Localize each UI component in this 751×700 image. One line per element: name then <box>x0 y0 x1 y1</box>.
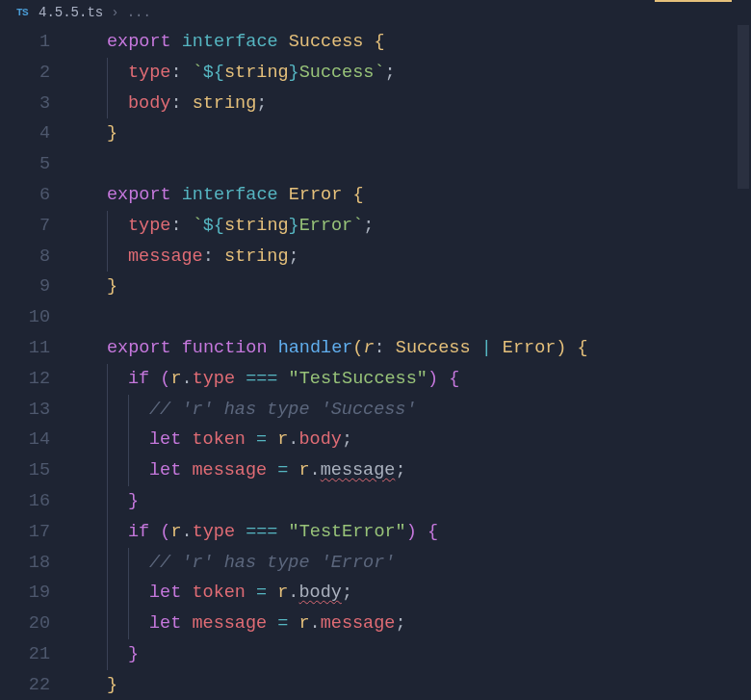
scrollbar-thumb[interactable] <box>738 25 749 189</box>
code-token: { <box>375 32 385 52</box>
code-token: "TestSuccess" <box>289 369 427 389</box>
code-area[interactable]: export interface Success {type: `${strin… <box>75 25 751 700</box>
code-token: Success <box>299 63 375 83</box>
code-token: let <box>149 429 192 450</box>
code-line[interactable]: } <box>75 486 751 517</box>
code-token: . <box>182 522 193 542</box>
breadcrumb-file[interactable]: 4.5.5.ts <box>39 5 103 20</box>
line-number: 13 <box>0 395 50 426</box>
line-number: 21 <box>0 639 50 670</box>
code-token: = <box>267 613 298 634</box>
code-token: ${ <box>203 216 224 236</box>
code-token: Success <box>396 338 481 358</box>
code-token: string <box>224 63 289 83</box>
line-number: 5 <box>0 149 50 180</box>
code-line[interactable]: } <box>75 118 751 149</box>
code-token: // 'r' has type 'Success' <box>149 400 417 420</box>
code-token: ; <box>395 613 405 634</box>
code-token: { <box>427 522 438 542</box>
code-token: } <box>107 123 117 143</box>
code-token: { <box>578 338 588 358</box>
code-line[interactable]: if (r.type === "TestError") { <box>75 517 751 548</box>
code-line[interactable]: // 'r' has type 'Success' <box>75 395 751 426</box>
code-line[interactable]: // 'r' has type 'Error' <box>75 548 751 579</box>
code-token: r <box>170 369 181 389</box>
line-number: 19 <box>0 578 50 609</box>
code-token: r <box>298 460 309 480</box>
code-token: . <box>310 460 321 480</box>
code-token: ; <box>385 63 396 83</box>
code-token: interface <box>182 185 289 205</box>
code-token: ; <box>342 583 352 603</box>
code-token: = <box>246 583 277 603</box>
code-token: ${ <box>203 63 224 83</box>
code-token: ; <box>395 460 405 480</box>
code-token: string <box>224 216 289 236</box>
code-line[interactable]: let token = r.body; <box>75 425 751 455</box>
code-token: r <box>298 613 309 634</box>
code-token: | <box>481 338 503 358</box>
line-number: 7 <box>0 211 50 242</box>
code-token: ) <box>427 369 449 389</box>
code-token: r <box>277 583 288 603</box>
code-token: ) <box>556 338 577 358</box>
line-number: 2 <box>0 58 50 89</box>
code-line[interactable]: type: `${string}Error`; <box>75 211 751 242</box>
code-token: ) <box>406 522 427 542</box>
code-token: === <box>235 369 289 389</box>
code-line[interactable]: export interface Error { <box>75 180 751 211</box>
code-line[interactable]: let message = r.message; <box>75 609 751 639</box>
code-token: . <box>288 429 298 450</box>
code-token: message <box>128 246 203 267</box>
code-line[interactable]: let token = r.body; <box>75 578 751 609</box>
code-token: : <box>170 216 192 236</box>
code-line[interactable]: if (r.type === "TestSuccess") { <box>75 364 751 395</box>
code-token: === <box>235 522 289 542</box>
code-line[interactable]: } <box>75 639 751 670</box>
code-token: ( <box>160 369 170 389</box>
code-token: } <box>128 644 139 664</box>
code-line[interactable]: export function handler(r: Success | Err… <box>75 333 751 364</box>
code-token: . <box>288 583 298 603</box>
line-number-gutter: 12345678910111213141516171819202122 <box>0 25 75 700</box>
breadcrumb[interactable]: TS 4.5.5.ts › ... <box>0 0 751 25</box>
code-token: ` <box>374 63 384 83</box>
code-line[interactable] <box>75 149 751 180</box>
code-token: = <box>246 429 277 450</box>
line-number: 11 <box>0 333 50 364</box>
code-line[interactable]: } <box>75 670 751 700</box>
code-token: ( <box>160 522 170 542</box>
code-token: body <box>298 429 341 450</box>
code-line[interactable] <box>75 302 751 333</box>
line-number: 20 <box>0 609 50 639</box>
code-token: if <box>128 522 160 542</box>
code-token: body <box>298 583 341 603</box>
code-token: . <box>310 613 321 634</box>
code-line[interactable]: let message = r.message; <box>75 455 751 486</box>
code-token: ` <box>193 63 203 83</box>
code-token: message <box>192 460 267 480</box>
code-token: : <box>170 93 192 114</box>
breadcrumb-symbol[interactable]: ... <box>127 5 151 20</box>
code-token: string <box>193 93 257 114</box>
code-token: . <box>182 369 193 389</box>
code-token: type <box>193 522 235 542</box>
code-line[interactable]: body: string; <box>75 89 751 119</box>
code-token: r <box>277 429 288 450</box>
code-token: let <box>149 613 192 634</box>
code-token: ` <box>352 216 363 236</box>
code-token: body <box>128 93 170 114</box>
code-line[interactable]: export interface Success { <box>75 27 751 58</box>
code-line[interactable]: message: string; <box>75 242 751 272</box>
code-token: let <box>149 460 192 480</box>
code-line[interactable]: } <box>75 272 751 302</box>
line-number: 17 <box>0 517 50 548</box>
code-token: handler <box>278 338 353 358</box>
line-number: 15 <box>0 455 50 486</box>
code-token: Success <box>289 32 375 52</box>
code-token: export <box>107 32 182 52</box>
code-editor[interactable]: 12345678910111213141516171819202122 expo… <box>0 25 751 700</box>
code-token: r <box>363 338 374 358</box>
line-number: 12 <box>0 364 50 395</box>
code-line[interactable]: type: `${string}Success`; <box>75 58 751 89</box>
